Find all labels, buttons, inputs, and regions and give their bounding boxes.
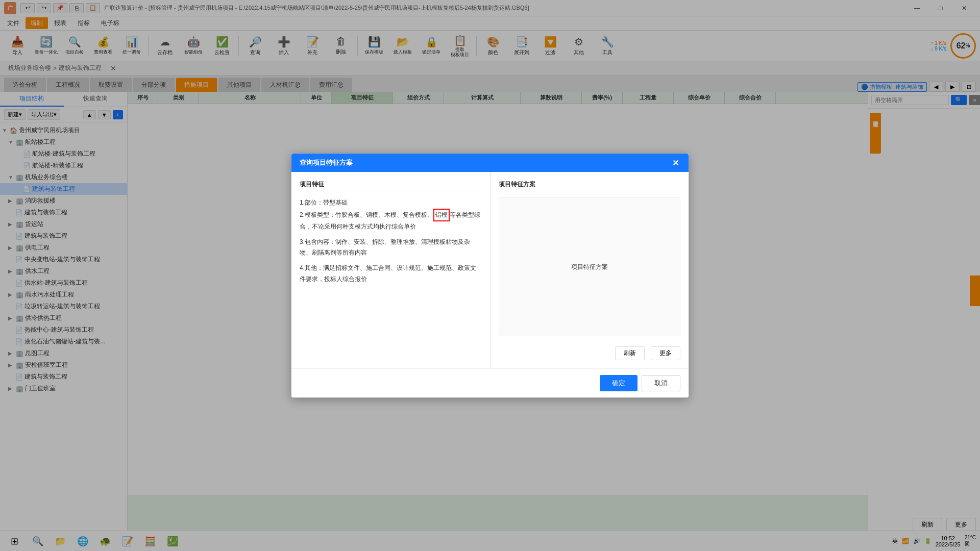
modal-more-btn[interactable]: 更多 — [651, 346, 680, 360]
modal-feature-content: 1.部位：带型基础 2.模板类型：竹胶合板、钢模、木模、复合模板、铝模等各类型综… — [300, 197, 482, 285]
modal-scheme-content: 项目特征方案 — [499, 197, 681, 336]
feature-line4: 4.其他：满足招标文件、施工合同、设计规范、施工规范、政策文件要求，投标人综合报… — [300, 263, 482, 285]
feature-line1: 1.部位：带型基础 — [300, 197, 482, 209]
modal-confirm-btn[interactable]: 确定 — [600, 375, 638, 391]
modal-footer: 确定 取消 — [291, 368, 689, 397]
modal-close-btn[interactable]: ✕ — [670, 158, 680, 168]
modal-overlay[interactable]: 查询项目特征方案 ✕ 项目特征 1.部位：带型基础 2.模板类型：竹胶合板、钢模… — [0, 0, 980, 551]
modal-header: 查询项目特征方案 ✕ — [291, 154, 689, 172]
feature-highlight: 铝模 — [433, 209, 450, 222]
feature-modal: 查询项目特征方案 ✕ 项目特征 1.部位：带型基础 2.模板类型：竹胶合板、钢模… — [291, 153, 689, 398]
modal-left-title: 项目特征 — [300, 180, 482, 191]
modal-refresh-btn[interactable]: 刷新 — [615, 346, 645, 360]
modal-left-panel: 项目特征 1.部位：带型基础 2.模板类型：竹胶合板、钢模、木模、复合模板、铝模… — [291, 172, 491, 368]
modal-title: 查询项目特征方案 — [300, 158, 353, 167]
modal-body: 项目特征 1.部位：带型基础 2.模板类型：竹胶合板、钢模、木模、复合模板、铝模… — [291, 172, 689, 368]
modal-right-panel: 项目特征方案 项目特征方案 刷新 更多 — [491, 172, 689, 368]
modal-scheme-label: 项目特征方案 — [571, 263, 608, 271]
feature-line2: 2.模板类型：竹胶合板、钢模、木模、复合模板、铝模等各类型综合，不论采用何种支模… — [300, 209, 482, 233]
feature-line3: 3.包含内容：制作、安装、拆除、整理堆放、清理模板粘物及杂物、刷隔离剂等所有内容 — [300, 237, 482, 259]
feature-line2-prefix: 2.模板类型：竹胶合板、钢模、木模、复合模板、 — [300, 211, 433, 218]
modal-cancel-btn[interactable]: 取消 — [642, 375, 680, 391]
modal-right-title: 项目特征方案 — [499, 180, 681, 191]
modal-right-actions: 刷新 更多 — [499, 346, 681, 360]
